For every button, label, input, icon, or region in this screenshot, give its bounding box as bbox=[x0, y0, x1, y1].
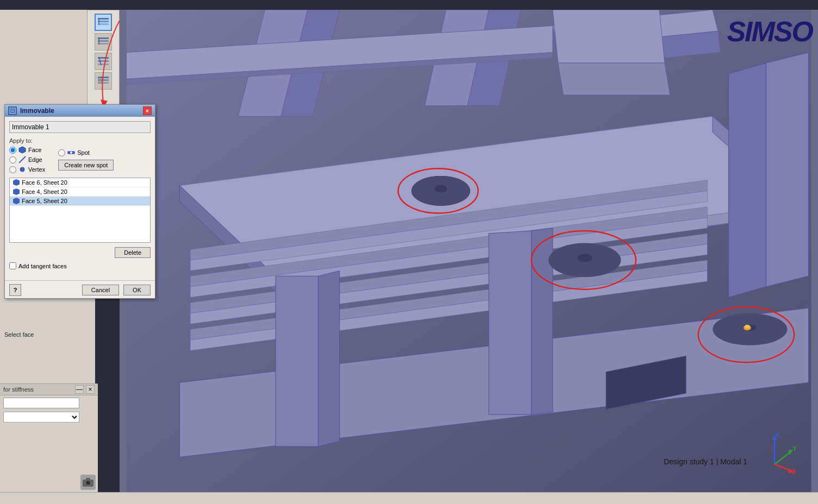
toolbar-icon-2[interactable] bbox=[95, 33, 112, 51]
vertex-icon bbox=[18, 166, 26, 173]
dialog-titlebar: Immovable × bbox=[5, 105, 155, 117]
simso-logo: SIMSO bbox=[727, 15, 813, 48]
ok-button[interactable]: OK bbox=[123, 285, 151, 295]
svg-rect-0 bbox=[98, 18, 109, 20]
svg-point-78 bbox=[70, 152, 72, 154]
face-icon bbox=[18, 146, 26, 154]
edge-radio-label: Edge bbox=[28, 156, 42, 163]
edge-radio-item[interactable]: Edge bbox=[9, 156, 45, 163]
spot-icon bbox=[67, 149, 75, 156]
svg-line-64 bbox=[775, 451, 792, 464]
apply-to-radio-group: Face Edge Vertex bbox=[9, 146, 45, 173]
svg-rect-82 bbox=[86, 478, 90, 480]
spot-radio[interactable] bbox=[58, 149, 65, 156]
apply-to-label: Apply to: bbox=[9, 137, 151, 144]
face-list-icon-2 bbox=[13, 198, 20, 204]
svg-marker-42 bbox=[489, 231, 531, 414]
svg-rect-10 bbox=[98, 64, 109, 65]
immovable-dialog: Immovable × Apply to: Face bbox=[4, 104, 155, 299]
svg-text:X: X bbox=[792, 468, 796, 475]
svg-rect-2 bbox=[98, 23, 109, 25]
stiffness-dropdown[interactable] bbox=[3, 412, 79, 423]
select-face-status: Select face bbox=[4, 331, 34, 338]
svg-marker-57 bbox=[766, 52, 808, 286]
vertex-radio[interactable] bbox=[9, 166, 16, 173]
cancel-button[interactable]: Cancel bbox=[82, 285, 119, 295]
svg-marker-41 bbox=[318, 270, 339, 446]
face-list-item-1[interactable]: Face 4, Sheet 20 bbox=[10, 187, 150, 197]
vertex-radio-item[interactable]: Vertex bbox=[9, 166, 45, 173]
face-list-icon-1 bbox=[13, 188, 20, 195]
face-radio[interactable] bbox=[9, 147, 16, 154]
dialog-footer: ? Cancel OK bbox=[5, 280, 155, 298]
status-bar bbox=[0, 492, 818, 504]
face-list-item-2[interactable]: Face 5, Sheet 20 bbox=[10, 197, 150, 206]
face-list-label-1: Face 4, Sheet 20 bbox=[22, 188, 67, 195]
svg-point-81 bbox=[86, 481, 90, 484]
dialog-icon bbox=[8, 106, 17, 115]
svg-rect-1 bbox=[98, 21, 109, 22]
panel-minimize-btn[interactable]: — bbox=[75, 385, 84, 394]
toolbar-icon-4[interactable] bbox=[95, 72, 112, 90]
toolbar-icon-1[interactable] bbox=[95, 14, 112, 31]
svg-rect-12 bbox=[98, 77, 109, 78]
svg-marker-60 bbox=[558, 63, 670, 95]
face-list-label-0: Face 6, Sheet 20 bbox=[22, 179, 67, 186]
delete-button[interactable]: Delete bbox=[115, 247, 151, 258]
svg-point-52 bbox=[745, 325, 750, 329]
svg-marker-74 bbox=[19, 147, 26, 153]
svg-rect-14 bbox=[98, 82, 109, 84]
dialog-close-button[interactable]: × bbox=[143, 106, 152, 115]
panel-close-btn[interactable]: × bbox=[86, 385, 95, 394]
face-radio-label: Face bbox=[28, 147, 41, 153]
create-new-spot-button[interactable]: Create new spot bbox=[58, 160, 114, 171]
face-list[interactable]: Face 6, Sheet 20 Face 4, Sheet 20 Face 5… bbox=[9, 178, 151, 243]
face-list-label-2: Face 5, Sheet 20 bbox=[22, 198, 67, 204]
face-list-item-0[interactable]: Face 6, Sheet 20 bbox=[10, 178, 150, 187]
svg-rect-6 bbox=[98, 43, 109, 45]
edge-icon bbox=[18, 156, 26, 163]
face-list-icon-0 bbox=[13, 179, 20, 186]
svg-marker-58 bbox=[729, 63, 766, 297]
edge-radio[interactable] bbox=[9, 156, 16, 163]
svg-text:Y: Y bbox=[792, 445, 796, 452]
bottom-panel: for stiffness — × bbox=[0, 383, 98, 492]
icon-toolbar bbox=[87, 10, 120, 108]
design-study-label: Design study 1 | Modal 1 bbox=[664, 457, 747, 466]
face-radio-item[interactable]: Face bbox=[9, 146, 45, 154]
bottom-panel-header: for stiffness — × bbox=[0, 384, 98, 395]
stiffness-label: for stiffness bbox=[3, 386, 34, 393]
spot-radio-item[interactable]: Spot bbox=[58, 149, 90, 156]
svg-point-76 bbox=[20, 167, 24, 172]
svg-marker-59 bbox=[553, 10, 665, 63]
tangent-faces-label: Add tangent faces bbox=[18, 263, 67, 269]
tangent-faces-checkbox[interactable] bbox=[9, 262, 16, 269]
svg-text:Z: Z bbox=[776, 432, 779, 438]
immovable-name-input[interactable] bbox=[9, 121, 151, 133]
svg-marker-40 bbox=[276, 276, 318, 446]
svg-rect-5 bbox=[98, 40, 109, 42]
spot-group: Spot Create new spot bbox=[54, 146, 114, 173]
vertex-radio-label: Vertex bbox=[28, 166, 45, 173]
viewport: SIMSO Design study 1 | Modal 1 Z Y X bbox=[120, 10, 818, 504]
coord-system: Z Y X bbox=[753, 432, 796, 477]
dialog-title: Immovable bbox=[20, 107, 54, 115]
help-button[interactable]: ? bbox=[9, 284, 21, 296]
toolbar-icon-3[interactable] bbox=[95, 53, 112, 70]
svg-rect-13 bbox=[98, 79, 109, 81]
stiffness-input[interactable] bbox=[3, 398, 79, 408]
svg-line-75 bbox=[19, 156, 26, 163]
svg-point-46 bbox=[434, 185, 447, 193]
svg-rect-4 bbox=[98, 37, 109, 39]
svg-point-48 bbox=[577, 254, 592, 262]
spot-radio-label: Spot bbox=[77, 149, 90, 156]
camera-icon[interactable] bbox=[80, 475, 96, 490]
